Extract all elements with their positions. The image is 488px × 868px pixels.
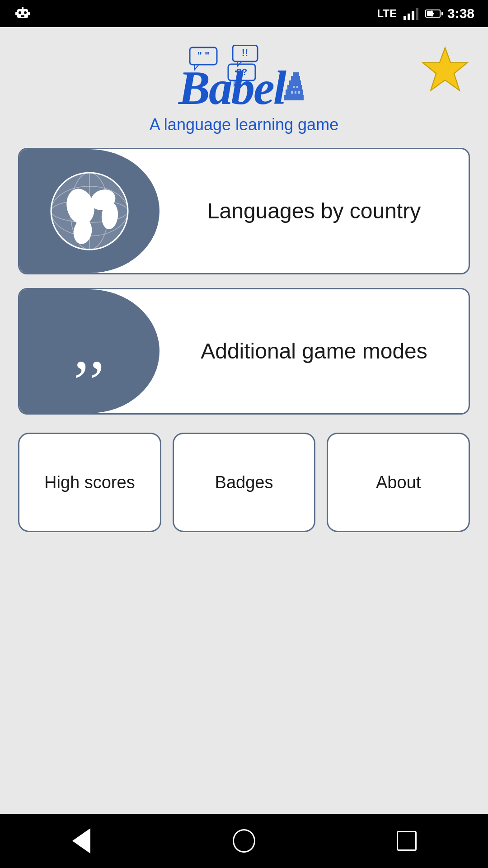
quotes-icon: ,,: [74, 315, 105, 378]
svg-rect-3: [21, 15, 24, 17]
star-button[interactable]: [420, 45, 470, 96]
svg-rect-5: [15, 12, 17, 15]
game-buttons: Languages by country ,, Additional game …: [18, 148, 470, 415]
status-bar: LTE 3:38: [0, 0, 488, 27]
badges-label: Badges: [215, 473, 273, 492]
svg-point-2: [24, 11, 27, 14]
battery-indicator: [425, 9, 441, 18]
svg-rect-23: [284, 95, 304, 100]
app-subtitle: A language learning game: [150, 115, 338, 134]
additional-game-modes-button[interactable]: ,, Additional game modes: [18, 288, 470, 415]
header: " " !! ?? Babel: [18, 45, 470, 134]
clock: 3:38: [447, 6, 474, 21]
languages-by-country-button[interactable]: Languages by country: [18, 148, 470, 274]
home-button[interactable]: [233, 830, 255, 852]
status-bar-left: [14, 5, 32, 23]
globe-icon-area: [19, 149, 160, 273]
logo-container: " " !! ?? Babel: [150, 45, 338, 134]
languages-by-country-label: Languages by country: [207, 197, 421, 225]
about-button[interactable]: About: [327, 433, 470, 532]
languages-by-country-text: Languages by country: [160, 149, 469, 273]
svg-text:!!: !!: [242, 47, 249, 58]
charging-icon: [429, 9, 435, 18]
quotes-icon-area: ,,: [19, 289, 160, 413]
back-arrow-icon: [72, 828, 90, 854]
lte-indicator: LTE: [377, 7, 397, 20]
high-scores-label: High scores: [44, 473, 135, 492]
svg-rect-20: [289, 80, 301, 85]
svg-point-1: [19, 11, 21, 14]
robot-icon: [14, 5, 32, 23]
additional-game-modes-label: Additional game modes: [201, 337, 427, 365]
svg-rect-19: [291, 76, 300, 80]
home-circle-icon: [233, 829, 255, 853]
additional-game-modes-text: Additional game modes: [160, 289, 469, 413]
about-label: About: [376, 473, 421, 492]
svg-rect-24: [293, 86, 295, 88]
svg-rect-4: [22, 7, 23, 10]
star-icon: [420, 45, 470, 95]
main-content: " " !! ?? Babel: [0, 27, 488, 814]
navigation-bar: [0, 814, 488, 868]
high-scores-button[interactable]: High scores: [18, 433, 161, 532]
svg-text:"  ": " ": [197, 50, 209, 61]
recents-square-icon: [397, 831, 417, 851]
svg-rect-27: [295, 91, 296, 94]
badges-button[interactable]: Badges: [173, 433, 316, 532]
signal-icon: [404, 7, 418, 20]
svg-marker-7: [430, 9, 434, 18]
status-bar-right: LTE 3:38: [377, 6, 474, 21]
bottom-buttons: High scores Badges About: [18, 433, 470, 532]
recents-button[interactable]: [395, 830, 418, 852]
svg-rect-25: [296, 86, 298, 88]
app-logo: " " !! ?? Babel: [167, 45, 321, 111]
svg-rect-18: [293, 72, 299, 76]
svg-marker-29: [423, 48, 468, 91]
svg-rect-22: [286, 90, 303, 95]
back-button[interactable]: [70, 830, 93, 852]
svg-text:Babel: Babel: [178, 61, 287, 111]
svg-rect-28: [298, 91, 300, 94]
svg-rect-26: [291, 91, 293, 94]
globe-icon: [44, 166, 135, 256]
svg-rect-6: [28, 12, 30, 15]
